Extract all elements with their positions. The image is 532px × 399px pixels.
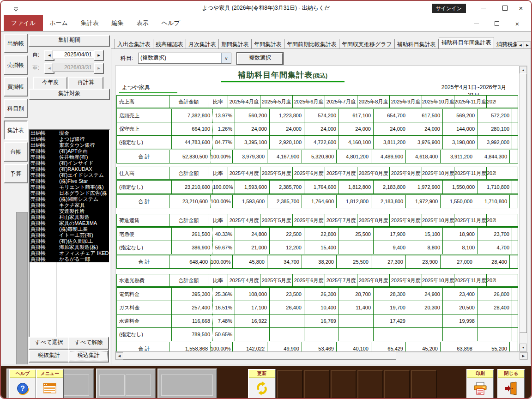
select-all-button[interactable]: すべて選択 — [29, 337, 69, 350]
table-cell: 1,223,800 — [270, 109, 304, 122]
chevron-down-icon[interactable]: ∨ — [221, 53, 231, 63]
target-name: (有)APT企画 — [57, 148, 109, 154]
minimize-button[interactable] — [473, 1, 494, 15]
table-cell: 2,385,700 — [270, 181, 304, 193]
list-item[interactable]: 買掛帳家具のMAEJIMA — [30, 220, 109, 226]
menu-item-ヘルプ[interactable]: ヘルプ — [155, 15, 187, 31]
sidebar-tab-出納帳[interactable]: 出納帳 — [4, 34, 28, 53]
multi-select-button[interactable]: 複数選択 — [237, 53, 283, 65]
list-item[interactable]: 売掛帳(有)インサイド — [30, 160, 109, 166]
list-item[interactable]: 売掛帳(有)RAKUDAX — [30, 166, 109, 172]
vertical-scrollbar[interactable]: ▲ ▼ — [519, 66, 527, 352]
table-cell — [512, 328, 520, 341]
scroll-up-button[interactable]: ▲ — [520, 66, 527, 74]
help-button[interactable]: ヘルプ ? — [9, 369, 36, 399]
list-item[interactable]: 売掛帳日本グランド広告(株 — [30, 190, 109, 196]
table-cell: 27,300 — [371, 255, 406, 268]
target-book: 出納帳 — [30, 130, 57, 136]
horizontal-scrollbar-thumb[interactable] — [123, 352, 396, 360]
table-cell: (指定なし) — [117, 136, 172, 149]
print-button[interactable]: 印刷 — [466, 369, 494, 399]
deselect-all-button[interactable]: すべて解除 — [68, 337, 109, 350]
list-item[interactable]: 売掛帳(株)Five Star — [30, 178, 109, 184]
menu-item-表示[interactable]: 表示 — [130, 15, 155, 31]
scroll-right-button[interactable]: ▶ — [520, 352, 527, 360]
subject-dropdown[interactable]: (複数選択) ∨ — [138, 53, 231, 64]
to-date-field[interactable]: 2026/03/31 — [53, 63, 95, 72]
list-item[interactable]: 売掛帳(有)APT企画 — [30, 148, 109, 154]
table-cell: 23,900 — [406, 255, 441, 268]
from-date-field[interactable]: 2025/04/01 — [53, 50, 95, 59]
scroll-down-button[interactable]: ▼ — [520, 344, 527, 351]
horizontal-scrollbar[interactable]: ◀ ▶ — [115, 352, 528, 360]
table-cell: 1,812,800 — [339, 181, 374, 193]
menu-item-ファイル[interactable]: ファイル — [4, 15, 43, 31]
sidebar-tab-予算[interactable]: 予算 — [4, 164, 28, 183]
list-item[interactable]: 出納帳現金 — [30, 130, 109, 136]
table-cell: 11,400 — [339, 301, 374, 314]
tab-scroll-right-button[interactable]: ▶ — [524, 42, 531, 49]
close-button[interactable]: × — [511, 1, 531, 15]
signin-button[interactable]: サインイン — [432, 4, 466, 13]
list-item[interactable]: 買掛帳(株)毎朝工業 — [30, 226, 109, 232]
svg-text:?: ? — [20, 385, 25, 393]
table-cell: 257,400 — [172, 301, 213, 314]
list-item[interactable]: 買掛帳安達製作所 — [30, 208, 109, 214]
sidebar-tab-売掛帳[interactable]: 売掛帳 — [4, 55, 28, 75]
mdi-minimize-button[interactable] — [466, 17, 487, 30]
vertical-scrollbar-thumb[interactable] — [520, 73, 527, 333]
menu-button[interactable]: メニュー — [36, 369, 64, 399]
scroll-left-button[interactable]: ◀ — [115, 352, 123, 360]
this-year-button[interactable]: 今年度 — [33, 77, 67, 90]
target-book: 買掛帳 — [30, 250, 57, 256]
to-spin-up[interactable]: ▶ — [94, 63, 104, 74]
toolbar-dark-slot — [331, 370, 357, 399]
from-spin-up[interactable]: ▶ — [94, 50, 104, 61]
list-item[interactable]: 売掛帳(有)エイドシステム — [30, 172, 109, 178]
list-item[interactable]: 買掛帳オフィスチェア IKED — [30, 250, 109, 256]
table-cell: 25,500 — [337, 255, 371, 268]
list-item[interactable]: 買掛帳イトー工芸(有) — [30, 232, 109, 238]
list-item[interactable]: 売掛帳(株)湘南システム — [30, 196, 109, 202]
menu-item-集計表[interactable]: 集計表 — [74, 15, 105, 31]
toolbar-empty-slot — [99, 375, 125, 396]
menu-item-ホーム[interactable]: ホーム — [43, 15, 74, 31]
list-item[interactable]: 買掛帳(有)佐久間加工 — [30, 238, 109, 244]
table-cell: 34,700 — [267, 255, 302, 268]
list-item[interactable]: 売掛帳佐井物産(有) — [30, 154, 109, 160]
table-cell: 7,382,800 — [172, 109, 213, 122]
recalc-button[interactable]: 再計算 — [68, 77, 103, 90]
mdi-restore-button[interactable] — [487, 17, 507, 30]
target-name: オフィスチェア IKED — [57, 250, 109, 256]
tab-tax-included[interactable]: 税込集計 — [68, 350, 109, 363]
table-cell: 24,000 — [235, 122, 270, 135]
table-cell: 3,976,900 — [408, 136, 443, 149]
table-cell: (指定なし) — [117, 181, 172, 193]
list-item[interactable]: 買掛帳かるがる一郎 — [30, 256, 109, 262]
refresh-button[interactable]: 更新 — [248, 369, 276, 399]
sidebar-tab-科目別[interactable]: 科目別 — [4, 99, 28, 118]
list-item[interactable]: 出納帳東京タウン銀行 — [30, 142, 109, 148]
sidebar-tab-台帳[interactable]: 台帳 — [4, 142, 28, 162]
list-item[interactable]: 買掛帳村山家具製造 — [30, 214, 109, 220]
menu-item-編集[interactable]: 編集 — [105, 15, 130, 31]
table-cell — [510, 195, 519, 208]
tab-tax-excluded[interactable]: 税抜集計 — [29, 350, 69, 363]
sidebar-tab-買掛帳[interactable]: 買掛帳 — [4, 77, 28, 97]
tab-scroll-left-button[interactable]: ◀ — [517, 42, 524, 49]
list-item[interactable]: 売掛帳モリエント商事(株) — [30, 184, 109, 190]
sidebar-tab-集計表[interactable]: 集計表 — [4, 121, 28, 140]
mdi-close-button[interactable]: × — [507, 17, 527, 30]
target-name: モリエント商事(株) — [57, 184, 109, 190]
table-cell: 53,469 — [302, 342, 337, 352]
target-book: 出納帳 — [30, 136, 57, 142]
list-item[interactable]: 買掛帳キクチ家具 — [30, 202, 109, 208]
close-window-button[interactable]: 閉じる — [497, 369, 525, 399]
table-cell: 38,200 — [302, 255, 337, 268]
table-cell: 2025年9月度 — [390, 167, 422, 179]
list-item[interactable]: 買掛帳海原家具製造(株) — [30, 244, 109, 250]
table-cell: 28,400 — [478, 301, 512, 314]
target-listbox[interactable]: 出納帳現金出納帳よつば銀行出納帳東京タウン銀行売掛帳(有)APT企画売掛帳佐井物… — [29, 129, 110, 362]
list-item[interactable]: 出納帳よつば銀行 — [30, 136, 109, 142]
from-label: 自: — [32, 51, 39, 59]
